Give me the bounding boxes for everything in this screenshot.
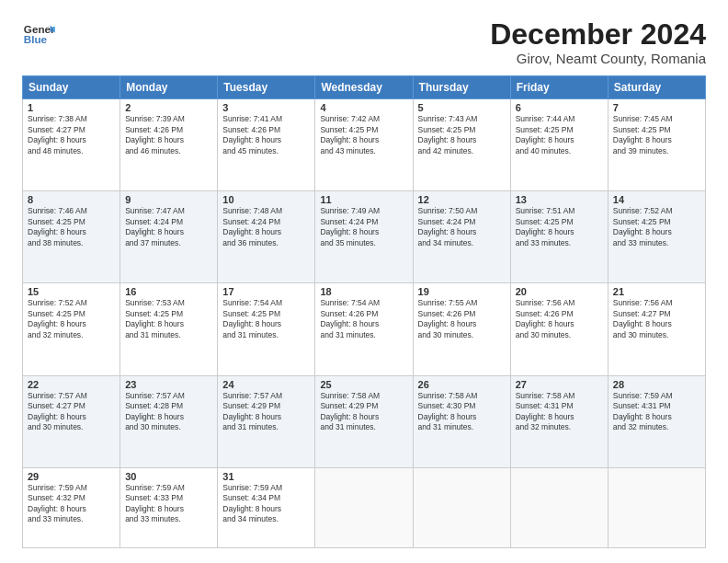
cell-info: Sunrise: 7:57 AMSunset: 4:27 PMDaylight:…	[28, 391, 115, 433]
day-number: 25	[320, 379, 407, 390]
calendar-cell: 20Sunrise: 7:56 AMSunset: 4:26 PMDayligh…	[510, 283, 608, 375]
day-number: 11	[320, 194, 407, 205]
calendar-cell	[510, 467, 608, 547]
day-number: 26	[418, 379, 506, 390]
calendar-cell: 5Sunrise: 7:43 AMSunset: 4:25 PMDaylight…	[413, 99, 510, 191]
day-number: 8	[28, 194, 115, 205]
calendar-cell: 12Sunrise: 7:50 AMSunset: 4:24 PMDayligh…	[413, 191, 510, 283]
cell-info: Sunrise: 7:59 AMSunset: 4:32 PMDaylight:…	[28, 483, 115, 525]
calendar-cell: 8Sunrise: 7:46 AMSunset: 4:25 PMDaylight…	[23, 191, 120, 283]
header: General Blue December 2024 Girov, Neamt …	[22, 18, 706, 66]
cell-info: Sunrise: 7:54 AMSunset: 4:25 PMDaylight:…	[222, 298, 310, 340]
calendar-cell: 7Sunrise: 7:45 AMSunset: 4:25 PMDaylight…	[608, 99, 705, 191]
calendar-week-row: 8Sunrise: 7:46 AMSunset: 4:25 PMDaylight…	[23, 191, 706, 283]
calendar-cell: 15Sunrise: 7:52 AMSunset: 4:25 PMDayligh…	[23, 283, 120, 375]
col-header-sunday: Sunday	[23, 76, 120, 99]
calendar-cell: 6Sunrise: 7:44 AMSunset: 4:25 PMDaylight…	[510, 99, 608, 191]
calendar-week-row: 22Sunrise: 7:57 AMSunset: 4:27 PMDayligh…	[23, 375, 706, 467]
day-number: 5	[418, 102, 506, 113]
cell-info: Sunrise: 7:39 AMSunset: 4:26 PMDaylight:…	[125, 114, 212, 156]
day-number: 2	[125, 102, 212, 113]
calendar-cell: 18Sunrise: 7:54 AMSunset: 4:26 PMDayligh…	[315, 283, 413, 375]
calendar-cell: 9Sunrise: 7:47 AMSunset: 4:24 PMDaylight…	[120, 191, 218, 283]
day-number: 9	[125, 194, 212, 205]
calendar-cell: 29Sunrise: 7:59 AMSunset: 4:32 PMDayligh…	[23, 467, 120, 547]
cell-info: Sunrise: 7:56 AMSunset: 4:26 PMDaylight:…	[516, 298, 603, 340]
cell-info: Sunrise: 7:49 AMSunset: 4:24 PMDaylight:…	[320, 206, 407, 248]
day-number: 23	[125, 379, 212, 390]
cell-info: Sunrise: 7:43 AMSunset: 4:25 PMDaylight:…	[418, 114, 506, 156]
calendar-cell: 17Sunrise: 7:54 AMSunset: 4:25 PMDayligh…	[218, 283, 315, 375]
calendar-cell	[315, 467, 413, 547]
calendar-table: SundayMondayTuesdayWednesdayThursdayFrid…	[22, 75, 706, 548]
calendar-header-row: SundayMondayTuesdayWednesdayThursdayFrid…	[23, 76, 706, 99]
cell-info: Sunrise: 7:59 AMSunset: 4:31 PMDaylight:…	[613, 391, 700, 433]
calendar-week-row: 15Sunrise: 7:52 AMSunset: 4:25 PMDayligh…	[23, 283, 706, 375]
day-number: 15	[28, 286, 115, 297]
cell-info: Sunrise: 7:55 AMSunset: 4:26 PMDaylight:…	[418, 298, 506, 340]
cell-info: Sunrise: 7:46 AMSunset: 4:25 PMDaylight:…	[28, 206, 115, 248]
calendar-cell: 19Sunrise: 7:55 AMSunset: 4:26 PMDayligh…	[413, 283, 510, 375]
cell-info: Sunrise: 7:57 AMSunset: 4:29 PMDaylight:…	[222, 391, 310, 433]
day-number: 1	[28, 102, 115, 113]
cell-info: Sunrise: 7:42 AMSunset: 4:25 PMDaylight:…	[320, 114, 407, 156]
col-header-thursday: Thursday	[413, 76, 510, 99]
cell-info: Sunrise: 7:44 AMSunset: 4:25 PMDaylight:…	[516, 114, 603, 156]
day-number: 13	[516, 194, 603, 205]
day-number: 16	[125, 286, 212, 297]
cell-info: Sunrise: 7:59 AMSunset: 4:34 PMDaylight:…	[222, 483, 310, 525]
day-number: 29	[28, 471, 115, 482]
col-header-tuesday: Tuesday	[218, 76, 315, 99]
calendar-cell: 25Sunrise: 7:58 AMSunset: 4:29 PMDayligh…	[315, 375, 413, 467]
day-number: 31	[222, 471, 310, 482]
calendar-cell: 4Sunrise: 7:42 AMSunset: 4:25 PMDaylight…	[315, 99, 413, 191]
cell-info: Sunrise: 7:45 AMSunset: 4:25 PMDaylight:…	[613, 114, 700, 156]
calendar-cell: 23Sunrise: 7:57 AMSunset: 4:28 PMDayligh…	[120, 375, 218, 467]
cell-info: Sunrise: 7:47 AMSunset: 4:24 PMDaylight:…	[125, 206, 212, 248]
calendar-cell	[608, 467, 705, 547]
col-header-wednesday: Wednesday	[315, 76, 413, 99]
col-header-friday: Friday	[510, 76, 608, 99]
day-number: 20	[516, 286, 603, 297]
calendar-cell: 11Sunrise: 7:49 AMSunset: 4:24 PMDayligh…	[315, 191, 413, 283]
calendar-cell: 31Sunrise: 7:59 AMSunset: 4:34 PMDayligh…	[218, 467, 315, 547]
day-number: 28	[613, 379, 700, 390]
svg-text:Blue: Blue	[24, 33, 48, 45]
calendar-cell: 16Sunrise: 7:53 AMSunset: 4:25 PMDayligh…	[120, 283, 218, 375]
calendar-cell: 14Sunrise: 7:52 AMSunset: 4:25 PMDayligh…	[608, 191, 705, 283]
calendar-cell: 13Sunrise: 7:51 AMSunset: 4:25 PMDayligh…	[510, 191, 608, 283]
cell-info: Sunrise: 7:58 AMSunset: 4:29 PMDaylight:…	[320, 391, 407, 433]
calendar-cell: 26Sunrise: 7:58 AMSunset: 4:30 PMDayligh…	[413, 375, 510, 467]
cell-info: Sunrise: 7:50 AMSunset: 4:24 PMDaylight:…	[418, 206, 506, 248]
cell-info: Sunrise: 7:48 AMSunset: 4:24 PMDaylight:…	[222, 206, 310, 248]
page-subtitle: Girov, Neamt County, Romania	[490, 51, 706, 66]
title-block: December 2024 Girov, Neamt County, Roman…	[490, 18, 706, 66]
calendar-week-row: 1Sunrise: 7:38 AMSunset: 4:27 PMDaylight…	[23, 99, 706, 191]
calendar-cell: 27Sunrise: 7:58 AMSunset: 4:31 PMDayligh…	[510, 375, 608, 467]
cell-info: Sunrise: 7:57 AMSunset: 4:28 PMDaylight:…	[125, 391, 212, 433]
cell-info: Sunrise: 7:52 AMSunset: 4:25 PMDaylight:…	[28, 298, 115, 340]
day-number: 21	[613, 286, 700, 297]
logo-icon: General Blue	[22, 18, 55, 52]
cell-info: Sunrise: 7:41 AMSunset: 4:26 PMDaylight:…	[222, 114, 310, 156]
calendar-cell: 3Sunrise: 7:41 AMSunset: 4:26 PMDaylight…	[218, 99, 315, 191]
day-number: 17	[222, 286, 310, 297]
cell-info: Sunrise: 7:56 AMSunset: 4:27 PMDaylight:…	[613, 298, 700, 340]
calendar-cell: 22Sunrise: 7:57 AMSunset: 4:27 PMDayligh…	[23, 375, 120, 467]
day-number: 6	[516, 102, 603, 113]
calendar-cell: 21Sunrise: 7:56 AMSunset: 4:27 PMDayligh…	[608, 283, 705, 375]
cell-info: Sunrise: 7:38 AMSunset: 4:27 PMDaylight:…	[28, 114, 115, 156]
cell-info: Sunrise: 7:58 AMSunset: 4:31 PMDaylight:…	[516, 391, 603, 433]
day-number: 14	[613, 194, 700, 205]
day-number: 30	[125, 471, 212, 482]
day-number: 12	[418, 194, 506, 205]
day-number: 27	[516, 379, 603, 390]
col-header-monday: Monday	[120, 76, 218, 99]
cell-info: Sunrise: 7:51 AMSunset: 4:25 PMDaylight:…	[516, 206, 603, 248]
page: General Blue December 2024 Girov, Neamt …	[0, 0, 728, 563]
cell-info: Sunrise: 7:52 AMSunset: 4:25 PMDaylight:…	[613, 206, 700, 248]
calendar-cell: 2Sunrise: 7:39 AMSunset: 4:26 PMDaylight…	[120, 99, 218, 191]
logo: General Blue	[22, 18, 55, 52]
page-title: December 2024	[490, 18, 706, 51]
cell-info: Sunrise: 7:58 AMSunset: 4:30 PMDaylight:…	[418, 391, 506, 433]
